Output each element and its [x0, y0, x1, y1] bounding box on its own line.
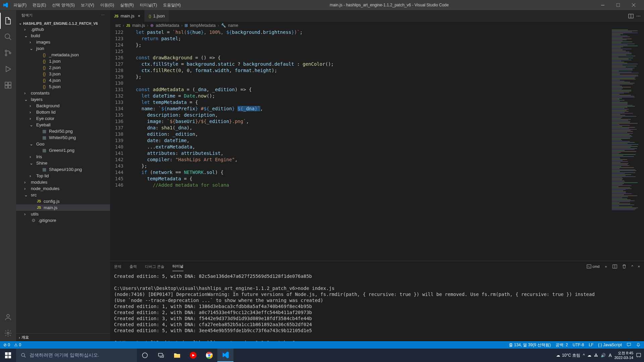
tree-file[interactable]: {}_metadata.json [16, 52, 110, 58]
more-icon[interactable]: ⋯ [101, 13, 105, 17]
minimap[interactable] [610, 29, 644, 261]
tree-folder[interactable]: ›Iris [16, 154, 110, 160]
terminal-output[interactable]: Created edition: 5, with DNA: 82c5ae136d… [110, 272, 644, 341]
close-tab-icon[interactable]: × [138, 13, 141, 18]
tree-folder[interactable]: ⌄Shine [16, 160, 110, 166]
project-root[interactable]: ⌄ HASHLIPS_ART_ENGINE-1.1.2_PATCH_V6 [16, 20, 110, 26]
extensions-activity[interactable] [0, 77, 16, 93]
close-button[interactable] [626, 0, 641, 10]
tree-file[interactable]: JSconfig.js [16, 198, 110, 204]
breadcrumb-item[interactable]: name [228, 23, 238, 28]
tree-folder[interactable]: ›Bottom lid [16, 109, 110, 115]
tree-file[interactable]: ▦Red#50.png [16, 128, 110, 134]
new-terminal-icon[interactable]: ＋ [604, 264, 608, 269]
tray-chevron-icon[interactable]: ^ [583, 353, 585, 358]
status-warnings[interactable]: ⚠ 0 [14, 343, 21, 347]
more-actions-icon[interactable]: ⋯ [636, 13, 641, 18]
editor-tab[interactable]: JSmain.js× [110, 10, 145, 22]
tree-file[interactable]: {}3.json [16, 71, 110, 77]
clock[interactable]: 오전 8:45 2022-03-14 [614, 351, 633, 360]
taskbar-search[interactable]: 검색하려면 여기에 입력하십시오. [16, 349, 137, 362]
file-explorer-icon[interactable] [169, 349, 185, 362]
split-editor-icon[interactable] [628, 13, 634, 19]
status-errors[interactable]: ⊘ 0 [3, 343, 10, 347]
tree-file[interactable]: {}2.json [16, 64, 110, 71]
menu-item[interactable]: 터미널(T) [137, 2, 160, 8]
task-view-icon[interactable] [153, 349, 169, 362]
source-control-activity[interactable] [0, 45, 16, 61]
tree-file[interactable]: ▦Shapes#100.png [16, 166, 110, 173]
explorer-activity[interactable] [0, 13, 16, 29]
onedrive-icon[interactable]: ☁ [587, 353, 591, 358]
menu-item[interactable]: 이동(G) [98, 2, 117, 8]
panel-tab[interactable]: 터미널 [172, 262, 183, 271]
accounts-activity[interactable] [0, 309, 16, 325]
vscode-taskbar-icon[interactable] [217, 349, 233, 362]
weather-widget[interactable]: ☁ 10°C 흐림 [556, 353, 580, 358]
status-cursor-position[interactable]: 줄 134, 열 39(9 선택됨) [509, 342, 551, 348]
feedback-icon[interactable] [627, 343, 631, 347]
chrome-icon[interactable] [201, 349, 217, 362]
ime-indicator[interactable]: A [608, 353, 611, 358]
tree-folder[interactable]: ⌄json [16, 45, 110, 52]
notifications-icon[interactable] [636, 343, 641, 347]
breadcrumb[interactable]: src› JS main.js› ⊕ addMetadata› ⊞ tempMe… [110, 22, 644, 29]
status-indentation[interactable]: 공백: 2 [555, 342, 568, 348]
volume-icon[interactable]: 🔊 [601, 353, 606, 358]
tree-file[interactable]: ⚙.gitignore [16, 217, 110, 224]
tree-folder[interactable]: ⌄Goo [16, 141, 110, 147]
split-terminal-icon[interactable] [612, 264, 617, 269]
tree-folder[interactable]: ⌄build [16, 33, 110, 39]
tree-folder[interactable]: ›constants [16, 90, 110, 96]
tree-file[interactable]: ▦White#50.png [16, 134, 110, 141]
menu-item[interactable]: 보기(V) [78, 2, 97, 8]
maximize-button[interactable] [610, 0, 626, 10]
cortana-icon[interactable] [137, 349, 153, 362]
tree-folder[interactable]: ›modules [16, 179, 110, 185]
terminal-shell-label[interactable]: cmd [587, 264, 600, 269]
maximize-panel-icon[interactable]: ^ [631, 264, 633, 268]
tree-folder[interactable]: ›Eye color [16, 115, 110, 122]
menu-item[interactable]: 실행(R) [117, 2, 137, 8]
breadcrumb-item[interactable]: src [115, 23, 121, 28]
tree-file[interactable]: {}4.json [16, 77, 110, 83]
tree-folder[interactable]: ›Top lid [16, 173, 110, 179]
tree-folder[interactable]: ›Background [16, 103, 110, 109]
breadcrumb-item[interactable]: tempMetadata [190, 23, 216, 28]
panel-tab[interactable]: 디버그 콘솔 [145, 262, 164, 271]
tree-folder[interactable]: ⌄Eyeball [16, 122, 110, 128]
run-debug-activity[interactable] [0, 61, 16, 77]
code-content[interactable]: let pastel = `hsl(${hue}, 100%, ${backgr… [130, 29, 610, 261]
code-editor[interactable]: 1221231241251261271281291301311321331341… [110, 29, 644, 261]
status-encoding[interactable]: UTF-8 [573, 343, 584, 347]
trash-icon[interactable] [622, 264, 627, 269]
breadcrumb-item[interactable]: main.js [132, 23, 145, 28]
tree-folder[interactable]: ›node_modules [16, 185, 110, 192]
tree-folder[interactable]: ›images [16, 39, 110, 45]
close-panel-icon[interactable]: × [638, 264, 640, 268]
tree-file[interactable]: JSmain.js [16, 204, 110, 211]
panel-tab[interactable]: 문제 [114, 262, 121, 271]
menu-item[interactable]: 편집(E) [30, 2, 49, 8]
tree-folder[interactable]: ›.github [16, 26, 110, 33]
youtube-music-icon[interactable] [185, 349, 201, 362]
outline-header[interactable]: › 개요 [16, 333, 110, 341]
tree-file[interactable]: ▦Green#1.png [16, 147, 110, 154]
status-eol[interactable]: LF [589, 343, 593, 347]
panel-tab[interactable]: 출력 [129, 262, 137, 271]
breadcrumb-item[interactable]: addMetadata [156, 23, 179, 28]
settings-activity[interactable] [0, 325, 16, 341]
menu-item[interactable]: 선택 영역(S) [49, 2, 77, 8]
minimize-button[interactable] [595, 0, 610, 10]
tree-file[interactable]: {}5.json [16, 83, 110, 90]
editor-tab[interactable]: {}1.json [145, 10, 169, 22]
tree-file[interactable]: {}1.json [16, 58, 110, 64]
menu-item[interactable]: 파일(F) [11, 2, 29, 8]
tree-folder[interactable]: ⌄src [16, 192, 110, 198]
menu-item[interactable]: 도움말(H) [160, 2, 183, 8]
network-icon[interactable]: 🖧 [594, 353, 598, 358]
start-button[interactable] [0, 349, 16, 362]
tree-folder[interactable]: ›utils [16, 211, 110, 217]
tree-folder[interactable]: ⌄layers [16, 96, 110, 103]
search-activity[interactable] [0, 29, 16, 45]
